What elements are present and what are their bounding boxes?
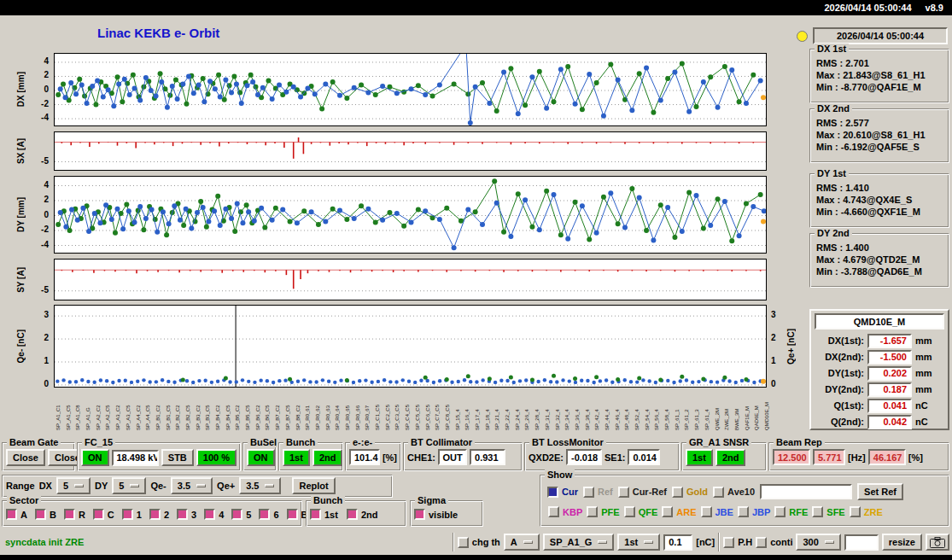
range-qe-plus-dropdown[interactable]: 3.5 xyxy=(239,477,281,494)
checkbox-label: ARE xyxy=(676,507,696,517)
bunch-1st-dropdown[interactable]: 1st xyxy=(617,534,660,551)
fc15-on-button[interactable]: ON xyxy=(81,449,109,466)
show-are-checkbox[interactable]: ARE xyxy=(662,506,696,517)
sigma-visible-checkbox[interactable]: visible xyxy=(414,509,458,520)
screenshot-button[interactable] xyxy=(926,534,949,551)
checkbox-indicator xyxy=(204,509,215,520)
chg-th-checkbox[interactable]: chg th xyxy=(458,537,500,548)
option-menu-glyph xyxy=(598,540,607,544)
checkbox-indicator xyxy=(64,509,75,520)
status-controls: chg th A SP_A1_G 1st 0.1 [nC] P.H conti … xyxy=(453,531,949,553)
bunch-2nd-checkbox[interactable]: 2nd xyxy=(347,509,378,520)
monitor-row: DX(2nd): -1.500 mm xyxy=(811,349,948,365)
show-cur-checkbox[interactable]: Cur xyxy=(547,487,578,498)
x-axis-label: SP_B3_C5 xyxy=(205,405,210,430)
checkbox-label: SFE xyxy=(826,507,844,517)
show-jbe-checkbox[interactable]: JBE xyxy=(701,506,733,517)
show-rfe-checkbox[interactable]: RFE xyxy=(774,506,808,517)
checkbox-indicator xyxy=(347,509,358,520)
checkbox-label: Ave10 xyxy=(727,487,755,497)
resize-button[interactable]: resize xyxy=(882,534,922,551)
x-axis-label: SP_B6_C5 xyxy=(265,405,270,430)
sector-6-checkbox[interactable]: 6 xyxy=(259,509,278,520)
x-axis-label: QAD6E_M xyxy=(754,405,759,430)
show-cur-ref-checkbox[interactable]: Cur-Ref xyxy=(618,487,667,498)
x-axis-label: SP_C8_C5 xyxy=(445,405,450,430)
checkbox-label: 6 xyxy=(273,510,278,520)
monitor-row: DY(1st): 0.202 mm xyxy=(811,365,948,381)
sector-1-checkbox[interactable]: 1 xyxy=(122,509,142,520)
x-axis-label: SP_R0_62 xyxy=(315,405,320,430)
checkbox-label: 1 xyxy=(137,510,142,520)
timestamp-display: 2026/04/14 05:00:44 xyxy=(813,27,948,44)
sector-r-checkbox[interactable]: R xyxy=(64,509,85,520)
y-tick-label: 4 xyxy=(30,56,49,66)
show-gold-checkbox[interactable]: Gold xyxy=(672,487,708,498)
ph-checkbox[interactable]: P.H xyxy=(723,537,752,548)
range-qe-minus-value: 3.5 xyxy=(178,481,190,491)
beam-gate-close-button-1[interactable]: Close xyxy=(6,449,45,466)
show-zre-checkbox[interactable]: ZRE xyxy=(850,506,883,517)
bunch-1st-checkbox[interactable]: 1st xyxy=(310,509,338,520)
chg-th-label: chg th xyxy=(472,537,500,547)
show-sfe-checkbox[interactable]: SFE xyxy=(812,506,844,517)
bunch-status-group: Bunch 1st 2nd xyxy=(278,442,343,471)
sector-2-checkbox[interactable]: 2 xyxy=(149,509,169,520)
checkbox-label: ZRE xyxy=(864,507,883,517)
sector-a-checkbox[interactable]: A xyxy=(6,509,27,520)
window-titlebar: 2026/04/14 05:00:44 v8.9 xyxy=(0,0,952,15)
sector-b-checkbox[interactable]: B xyxy=(35,509,56,520)
range-qe-minus-dropdown[interactable]: 3.5 xyxy=(171,477,213,494)
sector-4-checkbox[interactable]: 4 xyxy=(204,509,224,520)
show-qfe-checkbox[interactable]: QFE xyxy=(624,506,658,517)
monitor-row: DX(1st): -1.657 mm xyxy=(811,333,948,348)
titlebar-datetime: 2026/04/14 05:00:44 xyxy=(824,3,911,13)
che1-label: CHE1: xyxy=(407,452,435,463)
blank-input[interactable] xyxy=(844,534,879,551)
show-ave10-checkbox[interactable]: Ave10 xyxy=(713,487,755,498)
fc15-stb-button[interactable]: STB xyxy=(161,449,194,466)
beam-rep-label: Beam Rep xyxy=(774,437,825,447)
camera-icon xyxy=(930,537,945,548)
range-label: Range xyxy=(6,481,35,491)
range-qe-plus-label: Qe+ xyxy=(217,481,235,491)
x-axis-label: SP_R0_63 xyxy=(325,405,330,430)
checkbox-label: JBP xyxy=(752,507,770,517)
sector-c-checkbox[interactable]: C xyxy=(93,509,114,520)
set-ref-button[interactable]: Set Ref xyxy=(857,483,903,500)
checkbox-indicator xyxy=(583,487,594,498)
ref-name-input[interactable] xyxy=(760,484,852,499)
x-axis-label: SP_56_4 xyxy=(654,409,659,430)
sigma-group: Sigma visible xyxy=(410,500,483,527)
sector-5-checkbox[interactable]: 5 xyxy=(231,509,251,520)
y-tick-label: -5 xyxy=(30,285,49,295)
bottom-bar xyxy=(0,555,952,560)
sector-3-checkbox[interactable]: 3 xyxy=(177,509,196,520)
bt-collimator-label: BT Collimator xyxy=(408,437,475,447)
show-ref-checkbox[interactable]: Ref xyxy=(583,487,613,498)
conti-checkbox[interactable]: conti xyxy=(756,537,792,548)
monitor-row-unit: mm xyxy=(915,335,936,346)
range-dy-dropdown[interactable]: 5 xyxy=(112,477,146,494)
x-axis-label: SP_42_4 xyxy=(594,409,599,430)
linac-orbit-app: 2026/04/14 05:00:44 v8.9 Linac KEKB e- O… xyxy=(0,0,952,560)
show-pfe-checkbox[interactable]: PFE xyxy=(587,506,619,517)
replot-button[interactable]: Replot xyxy=(292,477,335,494)
x-axis-label: SP_44_4 xyxy=(604,409,610,430)
interval-dropdown[interactable]: 300 xyxy=(796,534,840,551)
show-kbp-checkbox[interactable]: KBP xyxy=(548,506,582,517)
monitor-row-unit: mm xyxy=(915,352,936,362)
qxd2e-value: -0.018 xyxy=(566,449,602,465)
busel-on-button[interactable]: ON xyxy=(247,449,275,466)
checkbox-indicator xyxy=(287,509,298,520)
sy-axis-label: SY [A] xyxy=(14,259,27,300)
range-dx-dropdown[interactable]: 5 xyxy=(56,477,91,494)
stats-max: Max : 4.743@QX4E_S xyxy=(810,195,949,205)
show-jbp-checkbox[interactable]: JBP xyxy=(738,506,770,517)
sp-a1-g-dropdown[interactable]: SP_A1_G xyxy=(543,534,615,551)
threshold-input[interactable]: 0.1 xyxy=(663,534,692,551)
checkbox-indicator xyxy=(701,506,712,517)
section-a-dropdown[interactable]: A xyxy=(504,534,540,551)
checkbox-indicator xyxy=(310,509,321,520)
x-axis-label: SP_21_4 xyxy=(494,409,499,430)
